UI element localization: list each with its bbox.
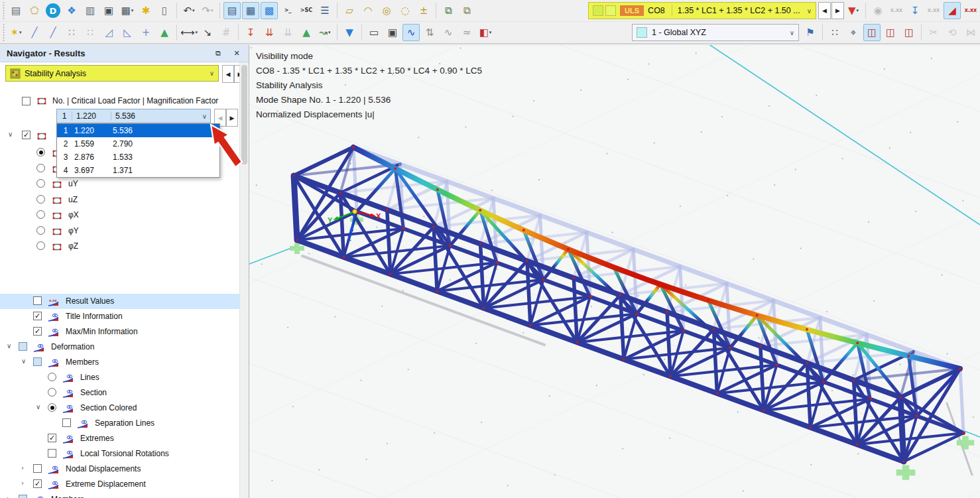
select-lasso-button[interactable]: ◠ xyxy=(359,2,377,19)
caret-open-icon[interactable]: ∨ xyxy=(7,342,11,349)
scrollbar-thumb[interactable] xyxy=(241,65,247,164)
component-radio[interactable] xyxy=(36,210,45,219)
grid-points-button[interactable]: ∷ xyxy=(826,24,843,41)
result-animation-button[interactable]: ▣ xyxy=(384,24,401,41)
tree-checkbox[interactable] xyxy=(48,449,56,458)
show-result-values-button[interactable]: x.xx xyxy=(962,2,979,19)
new-nodal-support-button[interactable]: ▲ xyxy=(156,24,173,41)
caret-open-icon[interactable]: ∨ xyxy=(8,131,13,138)
tree-row-nodal-displacements[interactable]: ›Nodal Displacements xyxy=(0,462,240,477)
navigator-toggle-button[interactable]: ▤ xyxy=(223,2,241,19)
member-load-button[interactable]: ⇊ xyxy=(261,24,278,41)
table-view-button[interactable]: ☰ xyxy=(316,2,334,19)
result-diagram-button[interactable]: ∿ xyxy=(440,24,457,41)
select-plus-minus-button[interactable]: ± xyxy=(415,2,432,19)
guide-lines-button[interactable]: # xyxy=(217,24,235,41)
save-button[interactable]: ▣ xyxy=(100,2,117,19)
tree-radio[interactable] xyxy=(48,373,56,381)
analysis-type-dropdown[interactable]: Stability Analysis ∨ xyxy=(5,65,219,82)
view-selector-dropdown[interactable]: 1 - Global XYZ∨ xyxy=(632,24,799,41)
tree-row-max-min-information[interactable]: ✓Max/Min Information xyxy=(0,324,240,340)
generate-window-button[interactable]: ⧉ xyxy=(440,2,457,19)
tree-checkbox[interactable]: ✓ xyxy=(33,327,42,336)
component-row-uZ[interactable]: uZ xyxy=(0,192,240,208)
work-plane-yz-button[interactable]: ◫ xyxy=(882,24,899,41)
mirror-button[interactable]: ⋈ xyxy=(962,24,979,41)
tree-row-members[interactable]: ›Members xyxy=(0,492,240,498)
mode-shape-dropdown[interactable]: 1 1.220 5.536 ∨ xyxy=(56,109,211,123)
connect-window-button[interactable]: ⧉ xyxy=(458,2,475,19)
command-console-button[interactable]: >_ xyxy=(279,2,296,19)
color-palette-button[interactable]: ◧▾ xyxy=(477,24,494,41)
tree-checkbox[interactable]: ✓ xyxy=(48,434,56,442)
float-panel-icon[interactable]: ⧉ xyxy=(212,49,225,58)
caret-closed-icon[interactable]: › xyxy=(7,495,9,498)
new-node-grid-button[interactable]: ∷ xyxy=(63,24,80,41)
next-mode-button[interactable]: ▶ xyxy=(226,109,238,127)
new-model-button[interactable]: ▤ xyxy=(7,2,25,19)
undo-button[interactable]: ↶▾ xyxy=(180,2,198,19)
rotate-button[interactable]: ⟲ xyxy=(944,24,961,41)
toolbar-drag-handle[interactable] xyxy=(1,24,5,41)
component-radio[interactable] xyxy=(36,179,45,188)
tree-checkbox[interactable] xyxy=(19,495,27,498)
dimension-xx-button[interactable]: ↘ xyxy=(199,24,216,41)
dlubal-button[interactable]: D xyxy=(46,3,60,18)
new-surface-grid-button[interactable]: ∷ xyxy=(82,24,99,41)
component-row-uY[interactable]: uY xyxy=(0,176,240,192)
component-radio[interactable] xyxy=(36,241,45,250)
tree-radio[interactable] xyxy=(48,403,56,412)
previous-analysis-button[interactable]: ◀ xyxy=(222,65,234,83)
tree-checkbox[interactable] xyxy=(33,357,42,366)
tree-checkbox[interactable] xyxy=(33,464,42,473)
work-plane-xz-button[interactable]: ◫ xyxy=(900,24,918,41)
dimension-x-button[interactable]: ⟷▾ xyxy=(180,24,198,41)
new-node-button[interactable]: ✶▾ xyxy=(7,24,25,41)
support-load-button[interactable]: ▲ xyxy=(298,24,315,41)
mode-list-item-2[interactable]: 21.5592.790 xyxy=(57,137,219,151)
tree-row-deformation[interactable]: ∨Deformation xyxy=(0,340,240,355)
caret-closed-icon[interactable]: › xyxy=(21,479,24,487)
panel-toggle-button[interactable]: ▩ xyxy=(261,2,278,19)
close-panel-icon[interactable]: ✕ xyxy=(230,49,243,58)
script-console-button[interactable]: >SC xyxy=(298,2,315,19)
navigator-scrollbar[interactable] xyxy=(239,62,249,498)
new-member-add-button[interactable]: + xyxy=(137,24,154,41)
tree-row-local-torsional-rotations[interactable]: Local Torsional Rotations xyxy=(0,446,240,462)
component-radio[interactable] xyxy=(36,164,45,172)
tree-radio[interactable] xyxy=(48,388,56,397)
model-viewport[interactable]: XYZ Visibility modeCO8 - 1.35 * LC1 + 1.… xyxy=(249,45,980,498)
show-load-values-button[interactable]: x.xx xyxy=(888,2,905,19)
nodal-load-button[interactable]: ↧ xyxy=(242,24,259,41)
coordinate-system-button[interactable]: ⚑ xyxy=(802,24,819,41)
mode-list-item-3[interactable]: 32.8761.533 xyxy=(57,151,219,164)
printout-report-button[interactable]: ▯ xyxy=(156,2,173,19)
open-project-button[interactable]: ⬠ xyxy=(26,2,43,19)
next-load-case-button[interactable]: ▶ xyxy=(831,2,844,19)
print-button[interactable]: ▦▾ xyxy=(119,2,136,19)
show-results-button[interactable]: ◢ xyxy=(944,2,961,19)
tree-row-separation-lines[interactable]: Separation Lines xyxy=(0,416,240,431)
previous-load-case-button[interactable]: ◀ xyxy=(818,2,831,19)
tree-row-lines[interactable]: Lines xyxy=(0,370,240,385)
load-combination-selector[interactable]: ULSCO81.35 * LC1 + 1.35 * LC2 + 1.50 ...… xyxy=(588,2,816,19)
mode-shape-checkbox[interactable]: ✓ xyxy=(22,131,31,139)
caret-open-icon[interactable]: ∨ xyxy=(36,403,40,410)
work-plane-xy-button[interactable]: ◫ xyxy=(863,24,881,41)
tree-checkbox[interactable] xyxy=(33,296,42,305)
select-special-button[interactable]: ◌ xyxy=(397,2,414,19)
tree-row-extreme-displacement[interactable]: ›✓Extreme Displacement xyxy=(0,477,240,492)
component-radio[interactable] xyxy=(36,226,45,235)
show-support-values-button[interactable]: x.xx xyxy=(925,2,942,19)
walk-through-button[interactable]: ⇅ xyxy=(421,24,438,41)
generated-load-button[interactable]: ⇊ xyxy=(279,24,296,41)
model-manager-button[interactable]: ❖ xyxy=(63,2,80,19)
tree-checkbox[interactable]: ✓ xyxy=(33,312,42,320)
filter-loads-button[interactable]: ▼▾ xyxy=(845,2,862,19)
mode-shape-display-button[interactable]: ∿ xyxy=(402,24,420,41)
caret-open-icon[interactable]: ∨ xyxy=(21,357,26,365)
tree-row-members[interactable]: ∨Members xyxy=(0,355,240,370)
mode-list-item-1[interactable]: 11.2205.536 xyxy=(57,124,219,137)
mode-table-header-row[interactable]: No. | Critical Load Factor | Magnificati… xyxy=(0,94,218,107)
snap-button[interactable]: ⌖ xyxy=(845,24,862,41)
